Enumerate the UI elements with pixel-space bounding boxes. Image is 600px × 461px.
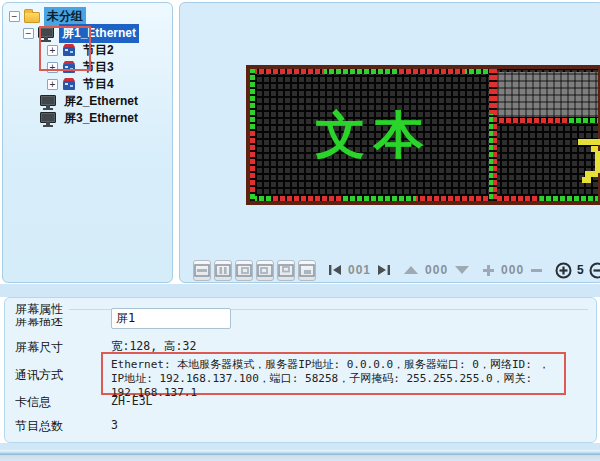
monitor-icon <box>40 95 56 106</box>
comm-method-value: Ethernet: 本地服务器模式，服务器IP地址: 0.0.0.0，服务器端口… <box>111 358 558 400</box>
led-partial-yellow-glyph <box>566 133 600 193</box>
led-border-left <box>250 69 255 201</box>
led-window-text[interactable]: 文本 <box>250 69 489 201</box>
layout-nested-left-button[interactable] <box>256 260 274 281</box>
expand-icon[interactable]: + <box>47 45 58 56</box>
card-info-label: 卡信息 <box>15 394 51 411</box>
led-text-content: 文本 <box>308 102 432 169</box>
remove-button[interactable] <box>530 260 543 280</box>
folder-icon <box>24 12 40 23</box>
screen-properties-panel: 屏幕属性 屏幕描述 屏幕尺寸 宽:128, 高:32 通讯方式 Ethernet… <box>4 297 597 443</box>
program-icon <box>62 61 76 74</box>
comm-method-label: 通讯方式 <box>15 367 63 384</box>
layout-split-vertical-button[interactable] <box>214 260 232 281</box>
monitor-icon <box>38 27 54 38</box>
zoom-out-icon[interactable] <box>589 260 600 280</box>
horizontal-splitter[interactable] <box>0 284 600 297</box>
layout-cascade-button[interactable] <box>298 260 316 281</box>
layout-split-horizontal-button[interactable] <box>193 260 211 281</box>
led-border-bottom <box>250 196 598 201</box>
tree-item-program2[interactable]: + 节目2 <box>3 42 172 59</box>
bottom-status-strip <box>0 443 600 461</box>
led-border-grey-bottom <box>497 118 598 123</box>
annotation-red-box-comm: Ethernet: 本地服务器模式，服务器IP地址: 0.0.0.0，服务器端口… <box>101 352 566 395</box>
collapse-icon[interactable]: − <box>23 28 34 39</box>
led-border-top <box>250 69 489 74</box>
device-tree-panel: − 未分组 − 屏1_Ethernet + 节目2 + 节目3 + <box>2 2 173 283</box>
groupbox-border <box>15 309 588 310</box>
move-up-button[interactable] <box>403 260 419 280</box>
first-page-button[interactable] <box>328 260 342 280</box>
screen-description-input[interactable] <box>111 308 231 329</box>
layout-nested-top-button[interactable] <box>277 260 295 281</box>
tree-item-screen2[interactable]: 屏2_Ethernet <box>3 93 172 110</box>
zoom-in-icon[interactable] <box>555 260 572 280</box>
step-counter-value: 000 <box>501 263 524 277</box>
screen-size-label: 屏幕尺寸 <box>15 339 63 356</box>
tree-item-screen1[interactable]: − 屏1_Ethernet <box>3 25 172 42</box>
card-info-value: ZH-E3L <box>111 394 153 408</box>
layout-nested-right-button[interactable] <box>235 260 253 281</box>
move-down-button[interactable] <box>454 260 470 280</box>
expand-icon[interactable]: + <box>47 62 58 73</box>
frame-counter-value: 000 <box>425 263 448 277</box>
monitor-icon <box>40 112 56 123</box>
device-tree: − 未分组 − 屏1_Ethernet + 节目2 + 节目3 + <box>3 3 172 127</box>
tree-item-screen3[interactable]: 屏3_Ethernet <box>3 110 172 127</box>
properties-group-title: 屏幕属性 <box>15 301 69 318</box>
expand-icon[interactable]: + <box>47 79 58 90</box>
program-icon <box>62 78 76 91</box>
zoom-level-value: 5 <box>577 263 584 277</box>
program-total-label: 节目总数 <box>15 418 63 435</box>
last-page-button[interactable] <box>377 260 391 280</box>
program-icon <box>62 44 76 57</box>
add-button[interactable] <box>482 260 495 280</box>
led-screen-preview[interactable]: 文本 <box>246 65 600 205</box>
program-total-value: 3 <box>111 418 118 432</box>
tree-item-program3[interactable]: + 节目3 <box>3 59 172 76</box>
preview-panel: 文本 <box>179 2 600 283</box>
tree-item-program4[interactable]: + 节目4 <box>3 76 172 93</box>
led-window-grey-region[interactable] <box>497 72 598 117</box>
collapse-icon[interactable]: − <box>9 11 20 22</box>
tree-item-label[interactable]: 屏3_Ethernet <box>61 109 141 128</box>
page-number-value: 001 <box>348 263 371 277</box>
tree-item-ungrouped[interactable]: − 未分组 <box>3 8 172 25</box>
app-window: − 未分组 − 屏1_Ethernet + 节目2 + 节目3 + <box>0 0 600 461</box>
preview-toolbar: 001 000 000 5 <box>187 257 599 283</box>
